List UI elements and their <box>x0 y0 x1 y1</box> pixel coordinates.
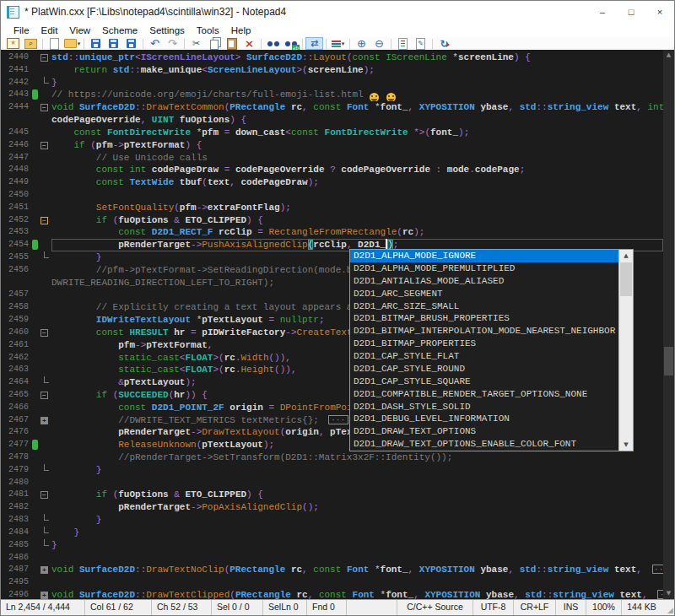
code-line[interactable]: codePageOverride, UINT fuOptions) { <box>1 114 663 127</box>
status-encoding[interactable]: UTF-8 <box>472 600 513 615</box>
code-text[interactable]: return std::make_unique<ScreenLineLayout… <box>51 64 663 77</box>
editor-scrollbar[interactable]: ▲ ▼ <box>663 50 674 599</box>
fold-margin[interactable]: − <box>39 101 51 114</box>
line-number[interactable]: 2485 <box>1 539 31 552</box>
fold-margin[interactable] <box>39 301 51 314</box>
code-text[interactable]: void SurfaceD2D::DrawTextCommon(PRectang… <box>51 101 663 114</box>
line-number[interactable]: 2442 <box>1 77 31 89</box>
code-text[interactable]: if (fuOptions & ETO_CLIPPED) { <box>51 489 663 501</box>
fold-toggle[interactable]: + <box>40 417 48 424</box>
code-text[interactable] <box>51 552 663 565</box>
fold-toggle[interactable]: − <box>40 217 48 224</box>
bookmark-margin[interactable] <box>31 439 39 451</box>
fold-toggle[interactable]: + <box>40 566 48 574</box>
bookmark-margin[interactable] <box>31 101 39 114</box>
code-text[interactable] <box>51 576 663 589</box>
bookmark-margin[interactable] <box>31 314 39 327</box>
fold-toggle[interactable]: − <box>40 329 48 337</box>
code-line[interactable]: 2496+void SurfaceD2D::DrawTextClipped(PR… <box>1 589 663 599</box>
bookmark-margin[interactable] <box>31 376 39 389</box>
scroll-up-icon[interactable]: ▲ <box>619 250 633 262</box>
fold-margin[interactable] <box>39 364 51 376</box>
line-number[interactable]: 2479 <box>1 464 31 477</box>
edit-doc-button[interactable]: ✎ <box>412 37 429 50</box>
line-number[interactable]: 2461 <box>1 339 31 352</box>
line-number[interactable]: 2459 <box>1 314 31 327</box>
bookmark-margin[interactable] <box>31 202 39 214</box>
bookmark-margin[interactable] <box>31 489 39 501</box>
menu-scheme[interactable]: Scheme <box>96 25 143 35</box>
code-text[interactable]: //pRenderTarget->SetTransform(D2D1::Matr… <box>51 451 663 464</box>
folded-ellipsis[interactable]: ··· <box>652 565 663 574</box>
fold-margin[interactable] <box>39 64 51 77</box>
bookmark-margin[interactable] <box>31 301 39 314</box>
code-line[interactable]: 2495 <box>1 576 663 589</box>
bookmark-margin[interactable] <box>31 239 39 251</box>
autocomplete-item[interactable]: D2D1_ANTIALIAS_MODE_ALIASED <box>350 275 618 288</box>
line-number[interactable]: 2453 <box>1 226 31 239</box>
status-file-size[interactable]: 144 KB <box>621 600 662 615</box>
find-button[interactable] <box>264 37 282 50</box>
fold-margin[interactable] <box>39 202 51 214</box>
delete-button[interactable]: × <box>240 37 258 50</box>
undo-button[interactable]: ↶ <box>146 37 164 50</box>
line-number[interactable]: 2486 <box>1 552 31 565</box>
copy-button[interactable] <box>205 37 223 50</box>
autocomplete-item[interactable]: D2D1_CAP_STYLE_ROUND <box>350 363 618 376</box>
bookmark-margin[interactable] <box>31 289 39 301</box>
status-selection[interactable]: Sel 0 / 0 <box>212 600 263 615</box>
line-number[interactable]: 2496 <box>1 589 31 599</box>
bookmark-marker[interactable] <box>32 240 38 250</box>
menu-view[interactable]: View <box>63 25 96 35</box>
new-file-button[interactable] <box>46 37 63 50</box>
bookmark-margin[interactable] <box>31 552 39 565</box>
status-character[interactable]: Ch 52 / 53 <box>152 600 212 615</box>
line-number[interactable]: 2480 <box>1 477 31 489</box>
bookmark-margin[interactable] <box>31 89 39 101</box>
bookmark-margin[interactable] <box>31 114 39 127</box>
line-number[interactable]: 2465 <box>1 389 31 402</box>
fold-margin[interactable] <box>39 339 51 352</box>
line-number[interactable]: 2449 <box>1 176 31 189</box>
code-text[interactable]: const FontDirectWrite *pfm = down_cast<c… <box>51 127 663 139</box>
code-text[interactable]: const int codePageDraw = codePageOverrid… <box>51 164 663 176</box>
view-favorites-button[interactable]: ★ <box>4 37 22 50</box>
code-text[interactable]: const D2D1_RECT_F rcClip = RectangleFrom… <box>51 226 663 239</box>
bookmark-margin[interactable] <box>31 189 39 202</box>
fold-margin[interactable] <box>39 451 51 464</box>
browse-favorites-button[interactable]: ⌕ <box>22 37 40 50</box>
fold-margin[interactable] <box>39 226 51 239</box>
code-text[interactable]: } <box>51 77 663 89</box>
code-line[interactable]: 2444−void SurfaceD2D::DrawTextCommon(PRe… <box>1 101 663 114</box>
fold-margin[interactable]: + <box>39 414 51 427</box>
code-text[interactable]: if (pfm->pTextFormat) { <box>51 139 663 152</box>
bookmark-marker[interactable] <box>32 440 38 450</box>
line-number[interactable]: 2446 <box>1 139 31 152</box>
menu-tools[interactable]: Tools <box>191 25 225 35</box>
menu-help[interactable]: Help <box>225 25 257 35</box>
fold-margin[interactable] <box>39 439 51 451</box>
code-line[interactable]: 2453 const D2D1_RECT_F rcClip = Rectangl… <box>1 226 663 239</box>
cut-button[interactable]: ✂ <box>187 37 205 50</box>
line-number[interactable]: 2445 <box>1 127 31 139</box>
fold-margin[interactable] <box>39 189 51 202</box>
folded-ellipsis[interactable]: ··· <box>328 415 348 424</box>
bookmark-margin[interactable] <box>31 226 39 239</box>
fold-margin[interactable]: − <box>39 389 51 402</box>
line-number[interactable]: 2447 <box>1 152 31 165</box>
code-line[interactable]: 2482 pRenderTarget->PopAxisAlignedClip()… <box>1 501 663 514</box>
bookmark-margin[interactable] <box>31 527 39 539</box>
code-text[interactable]: SetFontQuality(pfm->extraFontFlag); <box>51 202 663 214</box>
code-line[interactable]: 2485} <box>1 539 663 552</box>
autocomplete-item[interactable]: D2D1_ALPHA_MODE_IGNORE <box>350 250 618 262</box>
code-line[interactable]: 2486 <box>1 552 663 565</box>
bookmark-margin[interactable] <box>31 564 39 576</box>
bookmark-margin[interactable] <box>31 402 39 414</box>
fold-margin[interactable] <box>39 251 51 264</box>
autocomplete-item[interactable]: D2D1_ARC_SEGMENT <box>350 288 618 300</box>
bookmark-margin[interactable] <box>31 501 39 514</box>
line-number[interactable]: 2477 <box>1 439 31 451</box>
status-line[interactable]: Ln 2,454 / 4,444 <box>1 600 85 615</box>
fold-margin[interactable]: − <box>39 51 51 64</box>
status-column[interactable]: Col 61 / 62 <box>85 600 152 615</box>
